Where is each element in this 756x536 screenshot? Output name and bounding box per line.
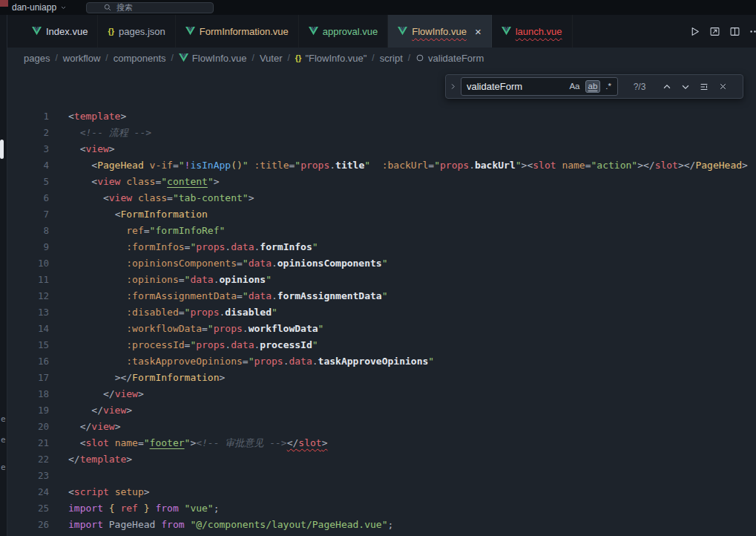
code-line[interactable]: 5 <view class="content"> <box>0 174 756 190</box>
split-editor-button[interactable] <box>729 26 740 37</box>
code-line[interactable]: 6 <view class="tab-content"> <box>0 190 756 206</box>
clipped-text: e <box>1 463 6 472</box>
editor[interactable]: Aaab.* ?/3 1<template>2 <!-- 流程 -->3 <vi… <box>0 68 756 536</box>
code-text: <FormInformation <box>68 206 208 223</box>
code-line[interactable]: 7 <FormInformation <box>0 206 756 223</box>
code-line[interactable]: 22</template> <box>0 451 756 468</box>
code-line[interactable]: 25import { ref } from "vue"; <box>0 500 756 517</box>
run-button[interactable] <box>689 26 700 37</box>
breadcrumb-item-components[interactable]: components <box>114 53 166 64</box>
breadcrumb-item-workflow[interactable]: workflow <box>63 53 101 64</box>
code-text: </template> <box>68 451 132 468</box>
tab-bar: Index.vue{}pages.jsonFormInformation.vue… <box>0 15 756 48</box>
close-icon <box>718 82 728 91</box>
breadcrumb-label: script <box>380 53 403 64</box>
find-results-count: ?/3 <box>624 82 655 92</box>
vue-icon <box>398 27 407 36</box>
tab-launch.vue[interactable]: launch.vue <box>492 15 573 48</box>
code-line[interactable]: 14 :workflowData="props.workflowData" <box>0 321 756 337</box>
tab-FormInformation.vue[interactable]: FormInformation.vue <box>176 15 299 48</box>
code-line[interactable]: 19 </view> <box>0 402 756 419</box>
code-text: ></FormInformation> <box>68 370 225 386</box>
code-text: </view> <box>68 386 144 402</box>
code-text: <template> <box>68 108 126 125</box>
code-text: ref="formInfoRef" <box>68 223 225 239</box>
close-find-button[interactable] <box>714 79 731 95</box>
code-line[interactable]: 11 :opinions="data.opinions" <box>0 272 756 288</box>
regex-toggle[interactable]: .* <box>602 80 614 94</box>
code-line[interactable]: 13 :disabled="props.disabled" <box>0 304 756 321</box>
app-menu[interactable]: dan-uniapp <box>12 2 67 13</box>
tab-label: Index.vue <box>46 26 88 37</box>
tab-pages.json[interactable]: {}pages.json <box>98 15 175 48</box>
find-options: Aaab.* <box>566 80 614 94</box>
match-case-toggle[interactable]: Aa <box>566 80 582 94</box>
code-line[interactable]: 1<template> <box>0 108 756 125</box>
tab-label: FlowInfo.vue <box>412 26 467 37</box>
next-match-button[interactable] <box>677 79 694 95</box>
breadcrumb-label: Vuter <box>260 53 283 64</box>
breadcrumb-item-FlowInfo.vue[interactable]: {}"FlowInfo.vue" <box>295 53 367 64</box>
code-text: :workflowData="props.workflowData" <box>68 321 323 337</box>
breadcrumb-item-FlowInfo.vue[interactable]: FlowInfo.vue <box>179 53 247 64</box>
code-line[interactable]: 8 ref="formInfoRef" <box>0 223 756 239</box>
vue-icon <box>502 27 511 36</box>
breadcrumb-separator: / <box>408 53 410 63</box>
breadcrumb-label: "FlowInfo.vue" <box>305 53 367 64</box>
tab-FlowInfo.vue[interactable]: FlowInfo.vue× <box>388 15 491 48</box>
whole-word-toggle[interactable]: ab <box>585 80 601 94</box>
code-line[interactable]: 16 :taskApproveOpinions="props.data.task… <box>0 353 756 370</box>
titlebar: dan-uniapp 搜索 <box>0 0 756 15</box>
code-text: <!-- 流程 --> <box>68 125 151 141</box>
find-input[interactable] <box>467 81 566 92</box>
code-line[interactable]: 20 </view> <box>0 419 756 435</box>
code-text: <view class="tab-content"> <box>68 190 254 206</box>
breadcrumb-item-validateForm[interactable]: validateForm <box>415 53 484 64</box>
code-line[interactable]: 4 <PageHead v-if="!isInApp()" :title="pr… <box>0 157 756 174</box>
code-line[interactable]: 9 :formInfos="props.data.formInfos" <box>0 239 756 255</box>
code-text: :processId="props.data.processId" <box>68 337 318 353</box>
code-line[interactable]: 12 :formAssignmentData="data.formAssignm… <box>0 288 756 304</box>
tab-approval.vue[interactable]: approval.vue <box>299 15 388 48</box>
open-preview-button[interactable] <box>709 26 720 37</box>
toggle-replace-button[interactable] <box>447 82 458 91</box>
breadcrumb-item-script[interactable]: script <box>380 53 403 64</box>
search-icon <box>103 3 112 12</box>
breadcrumb-item-pages[interactable]: pages <box>24 53 50 64</box>
code-text: import { ref } from "vue"; <box>68 500 220 517</box>
breadcrumb: pages/workflow/components/FlowInfo.vue/V… <box>0 48 756 68</box>
code-line[interactable]: 26import PageHead from "@/components/lay… <box>0 517 756 533</box>
left-strip-indicator <box>0 140 4 159</box>
chevron-down-icon <box>60 4 67 10</box>
code-line[interactable]: 21 <slot name="footer"><!-- 审批意见 --></sl… <box>0 435 756 451</box>
previous-match-button[interactable] <box>659 79 675 95</box>
breadcrumb-item-Vuter[interactable]: Vuter <box>260 53 283 64</box>
search-label: 搜索 <box>116 2 133 13</box>
code-line[interactable]: 3 <view> <box>0 141 756 157</box>
close-icon[interactable]: × <box>475 26 481 37</box>
code-text: :disabled="props.disabled" <box>68 304 277 321</box>
clipped-text: e <box>1 414 6 424</box>
find-input-box[interactable]: Aaab.* <box>461 77 618 96</box>
code-text: :formInfos="props.data.formInfos" <box>68 239 318 255</box>
code-line[interactable]: 10 :opinionsComponents="data.opinionsCom… <box>0 255 756 272</box>
code-line[interactable]: 23 <box>0 468 756 484</box>
command-center-search[interactable]: 搜索 <box>86 2 214 13</box>
breadcrumb-label: validateForm <box>428 53 484 64</box>
left-strip: eee <box>0 15 7 536</box>
find-in-selection-button[interactable] <box>696 79 712 95</box>
tab-label: launch.vue <box>516 26 562 37</box>
code-line[interactable]: 17 ></FormInformation> <box>0 370 756 386</box>
tab-label: FormInformation.vue <box>200 26 289 37</box>
code-line[interactable]: 15 :processId="props.data.processId" <box>0 337 756 353</box>
code-line[interactable]: 18 </view> <box>0 386 756 402</box>
breadcrumb-label: workflow <box>63 53 101 64</box>
code-text: :opinions="data.opinions" <box>68 272 272 288</box>
find-in-selection-icon <box>699 82 709 92</box>
more-actions-button[interactable] <box>749 26 756 37</box>
code-line[interactable]: 24<script setup> <box>0 484 756 500</box>
tab-Index.vue[interactable]: Index.vue <box>22 15 98 48</box>
code-line[interactable]: 2 <!-- 流程 --> <box>0 125 756 141</box>
code-text: import PageHead from "@/components/layou… <box>68 517 393 533</box>
breadcrumb-label: FlowInfo.vue <box>192 53 247 64</box>
